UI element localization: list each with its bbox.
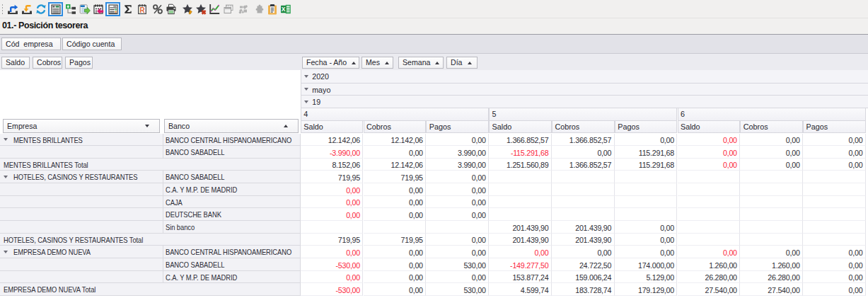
svg-text:R: R (139, 6, 145, 14)
svg-text:X: X (282, 6, 286, 13)
